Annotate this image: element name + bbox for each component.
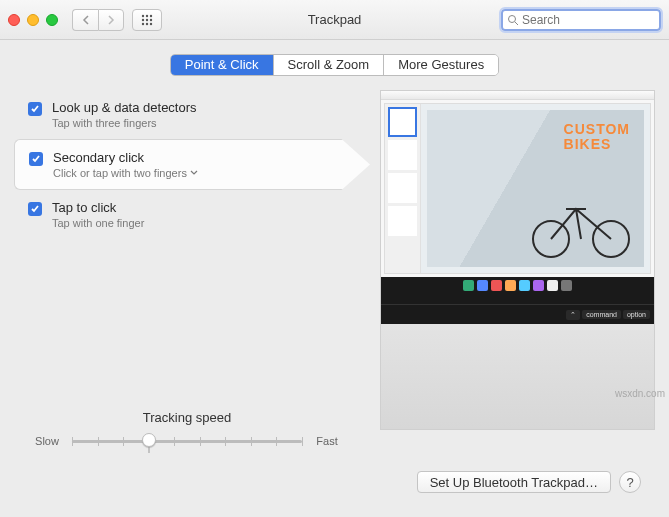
checkbox-secondary-click[interactable] (29, 152, 43, 166)
preview-screen: CUSTOM BIKES (381, 91, 654, 304)
window-controls (8, 14, 58, 26)
content: Look up & data detectors Tap with three … (14, 90, 655, 461)
tab-point-click[interactable]: Point & Click (171, 55, 274, 75)
option-secondary-click[interactable]: Secondary click Click or tap with two fi… (14, 139, 370, 190)
titlebar: Trackpad (0, 0, 669, 40)
search-field[interactable] (501, 9, 661, 31)
svg-point-8 (150, 22, 152, 24)
checkbox-tap-to-click[interactable] (28, 202, 42, 216)
option-list: Look up & data detectors Tap with three … (14, 90, 370, 239)
touchbar-key: ⌃ (566, 310, 580, 320)
chevron-down-icon (190, 170, 198, 176)
preview-thumb (388, 206, 417, 236)
tracking-speed-slider[interactable] (72, 431, 302, 451)
preview-menubar (381, 91, 654, 100)
option-text: Look up & data detectors Tap with three … (52, 100, 197, 129)
tracking-speed-slider-wrap: Slow Fast (14, 431, 360, 451)
dock-icon (477, 280, 488, 291)
grid-icon (141, 14, 153, 26)
svg-point-7 (146, 22, 148, 24)
search-icon (507, 14, 519, 26)
svg-point-5 (150, 18, 152, 20)
footer: Set Up Bluetooth Trackpad… ? (14, 461, 655, 503)
tracking-speed-label: Tracking speed (14, 410, 360, 425)
back-button[interactable] (72, 9, 98, 31)
preview-trackpad-surface (381, 324, 654, 429)
options-panel: Look up & data detectors Tap with three … (14, 90, 370, 461)
preview-dock (381, 277, 654, 294)
option-lookup[interactable]: Look up & data detectors Tap with three … (14, 90, 370, 139)
dock-icon (463, 280, 474, 291)
minimize-button[interactable] (27, 14, 39, 26)
preview-app-window: CUSTOM BIKES (384, 103, 651, 274)
dock-icon (547, 280, 558, 291)
option-title: Secondary click (53, 150, 198, 165)
body: Point & Click Scroll & Zoom More Gesture… (0, 40, 669, 517)
nav-buttons (72, 9, 124, 31)
preview-touchbar: ⌃ command option (381, 304, 654, 324)
tracking-speed-section: Tracking speed Slow Fast (14, 410, 360, 451)
option-subtitle: Click or tap with two fingers (53, 167, 187, 179)
preferences-window: Trackpad Point & Click Scroll & Zoom Mor… (0, 0, 669, 517)
svg-point-0 (142, 14, 144, 16)
search-input[interactable] (522, 13, 655, 27)
setup-bluetooth-button[interactable]: Set Up Bluetooth Trackpad… (417, 471, 611, 493)
option-subtitle: Tap with three fingers (52, 117, 197, 129)
preview-thumb (388, 173, 417, 203)
show-all-button[interactable] (132, 9, 162, 31)
touchbar-key: command (582, 310, 621, 319)
preview-thumb (388, 107, 417, 137)
chevron-right-icon (108, 15, 115, 25)
option-text: Tap to click Tap with one finger (52, 200, 144, 229)
chevron-left-icon (82, 15, 89, 25)
preview-thumb (388, 140, 417, 170)
svg-line-10 (515, 22, 518, 25)
watermark: wsxdn.com (615, 388, 665, 399)
preview-page-content: CUSTOM BIKES (427, 110, 644, 267)
tab-scroll-zoom[interactable]: Scroll & Zoom (274, 55, 385, 75)
option-subtitle: Tap with one finger (52, 217, 144, 229)
option-subtitle-dropdown[interactable]: Click or tap with two fingers (53, 167, 198, 179)
dock-icon (491, 280, 502, 291)
checkmark-icon (30, 104, 40, 114)
checkmark-icon (31, 154, 41, 164)
svg-point-3 (142, 18, 144, 20)
preview-page: CUSTOM BIKES (421, 104, 650, 273)
checkmark-icon (30, 204, 40, 214)
option-title: Tap to click (52, 200, 144, 215)
dock-icon (505, 280, 516, 291)
forward-button[interactable] (98, 9, 124, 31)
dock-icon (519, 280, 530, 291)
headline-line1: CUSTOM (564, 121, 630, 137)
dock-icon (533, 280, 544, 291)
dock-icon (561, 280, 572, 291)
preview-thumbnails (385, 104, 421, 273)
help-button[interactable]: ? (619, 471, 641, 493)
checkbox-lookup[interactable] (28, 102, 42, 116)
touchbar-key: option (623, 310, 650, 319)
svg-point-4 (146, 18, 148, 20)
option-text: Secondary click Click or tap with two fi… (53, 150, 198, 179)
zoom-button[interactable] (46, 14, 58, 26)
preview-headline: CUSTOM BIKES (564, 122, 630, 153)
tab-more-gestures[interactable]: More Gestures (384, 55, 498, 75)
slider-min-label: Slow (32, 435, 62, 447)
slider-thumb[interactable] (142, 433, 156, 447)
tab-bar: Point & Click Scroll & Zoom More Gesture… (170, 54, 499, 76)
svg-point-6 (142, 22, 144, 24)
close-button[interactable] (8, 14, 20, 26)
option-tap-to-click[interactable]: Tap to click Tap with one finger (14, 190, 370, 239)
svg-point-9 (509, 15, 516, 22)
bicycle-icon (526, 189, 636, 259)
option-title: Look up & data detectors (52, 100, 197, 115)
headline-line2: BIKES (564, 136, 612, 152)
svg-point-1 (146, 14, 148, 16)
gesture-preview: CUSTOM BIKES (380, 90, 655, 430)
slider-max-label: Fast (312, 435, 342, 447)
svg-point-2 (150, 14, 152, 16)
